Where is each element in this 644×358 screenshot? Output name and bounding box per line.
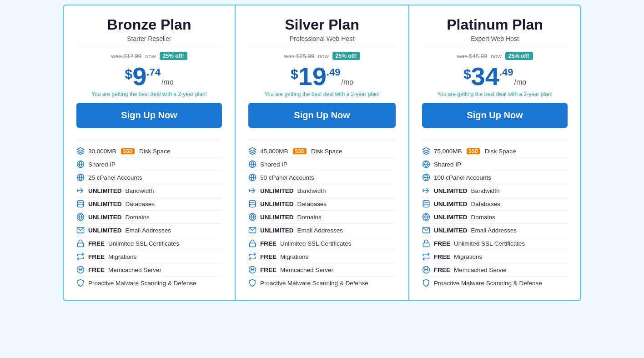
feature-item-3: UNLIMITED Bandwidth [422,184,568,197]
svg-rect-22 [249,243,256,247]
feature-item-0: 30,000MBSSD Disk Space [76,145,222,158]
globe-icon [76,173,85,182]
feature-item-5: UNLIMITED Domains [422,211,568,224]
arrows-icon [76,187,85,195]
feature-rest-5: Domains [126,214,150,221]
feature-rest-7: Unlimited SSL Certificates [454,240,525,247]
feature-item-2: 50 cPanel Accounts [248,171,396,184]
price-main: 34 [471,64,499,89]
old-price-row: was $25.99 now 25% off! [248,52,396,60]
feature-item-6: UNLIMITED Email Addresses [248,224,396,237]
feature-rest-8: Migrations [280,253,308,260]
feature-text-1: Shared IP [88,161,116,168]
feature-bold-4: UNLIMITED [88,201,122,207]
lock-icon [76,239,85,247]
features-list: 45,000MBSSD Disk Space Shared IP 50 cPan… [248,145,396,289]
globe-icon [422,160,430,168]
feature-text-1: Shared IP [260,161,287,168]
m-icon [76,266,85,274]
globe-icon [248,213,257,221]
ssd-badge: SSD [467,148,481,154]
email-icon [248,226,257,234]
feature-bold-9: FREE [260,267,277,273]
price-row: $ 19 .49 /mo [248,64,396,89]
now-label: now [318,53,329,60]
feature-rest-7: Unlimited SSL Certificates [280,240,351,247]
features-list: 30,000MBSSD Disk Space Shared IP 25 cPan… [76,145,222,289]
divider-top [248,47,396,47]
divider-top [422,47,568,47]
plan-subtitle: Professional Web Host [248,35,396,42]
discount-badge: 25% off! [332,52,360,60]
plan-title: Bronze Plan [76,16,222,33]
migrate-icon [422,252,430,261]
feature-bold-7: FREE [260,240,277,247]
feature-item-5: UNLIMITED Domains [248,211,396,224]
feature-item-2: 25 cPanel Accounts [76,171,222,184]
feature-item-9: FREE Memcached Server [76,263,222,277]
db-icon [76,200,85,208]
signup-button[interactable]: Sign Up Now [422,103,568,128]
feature-rest-0: Disk Space [485,148,516,155]
discount-badge: 25% off! [160,52,187,60]
feature-item-8: FREE Migrations [76,250,222,263]
price-row: $ 9 .74 /mo [76,64,222,89]
feature-rest-0: Disk Space [311,148,342,155]
ssd-badge: SSD [293,148,307,154]
feature-bold-4: UNLIMITED [434,201,468,207]
signup-button[interactable]: Sign Up Now [76,103,222,128]
divider-bottom [422,140,568,140]
svg-point-18 [249,201,256,203]
svg-marker-0 [77,148,84,151]
feature-item-10: Proactive Malware Scanning & Defense [248,277,396,289]
feature-item-7: FREE Unlimited SSL Certificates [76,237,222,250]
m-icon [248,266,257,274]
price-row: $ 34 .49 /mo [422,64,568,89]
globe-icon [248,160,257,168]
feature-item-4: UNLIMITED Databases [76,197,222,211]
feature-text-0: 45,000MB [260,148,288,155]
old-price: was $25.99 [284,53,314,60]
feature-text-2: 50 cPanel Accounts [260,174,314,181]
feature-text-1: Shared IP [434,161,461,168]
divider-bottom [248,140,396,140]
feature-bold-4: UNLIMITED [260,201,294,207]
feature-item-0: 45,000MBSSD Disk Space [248,145,396,158]
feature-bold-5: UNLIMITED [260,214,294,221]
price-mo: /mo [341,78,353,86]
feature-item-1: Shared IP [422,158,568,171]
plan-subtitle: Expert Web Host [422,35,568,42]
migrate-icon [76,252,85,261]
divider-top [76,47,222,47]
feature-bold-6: UNLIMITED [260,227,294,234]
lock-icon [422,239,430,247]
old-price: was $45.99 [457,53,487,60]
svg-rect-34 [423,243,429,247]
signup-button[interactable]: Sign Up Now [248,103,396,128]
email-icon [422,226,430,234]
feature-item-3: UNLIMITED Bandwidth [76,184,222,197]
feature-item-8: FREE Migrations [422,250,568,263]
now-label: now [145,53,156,60]
lock-icon [248,239,257,247]
feature-bold-6: UNLIMITED [434,227,468,234]
best-deal-text: You are getting the best deal with a 2-y… [248,91,396,97]
feature-item-1: Shared IP [76,158,222,171]
globe-icon [76,213,85,221]
price-mo: /mo [514,78,526,86]
db-icon [422,200,430,208]
feature-item-4: UNLIMITED Databases [422,197,568,211]
old-price: was $12.99 [111,53,141,60]
feature-item-2: 100 cPanel Accounts [422,171,568,184]
feature-item-3: UNLIMITED Bandwidth [248,184,396,197]
feature-rest-3: Bandwidth [471,187,500,194]
price-mo: /mo [161,78,174,86]
feature-rest-5: Domains [471,214,495,221]
feature-text-0: 75,000MB [434,148,462,155]
shield-icon [422,279,430,287]
svg-marker-12 [249,148,256,151]
price-dollar: $ [463,66,471,82]
feature-item-7: FREE Unlimited SSL Certificates [248,237,396,250]
ssd-badge: SSD [121,148,135,154]
feature-bold-9: FREE [434,267,450,273]
